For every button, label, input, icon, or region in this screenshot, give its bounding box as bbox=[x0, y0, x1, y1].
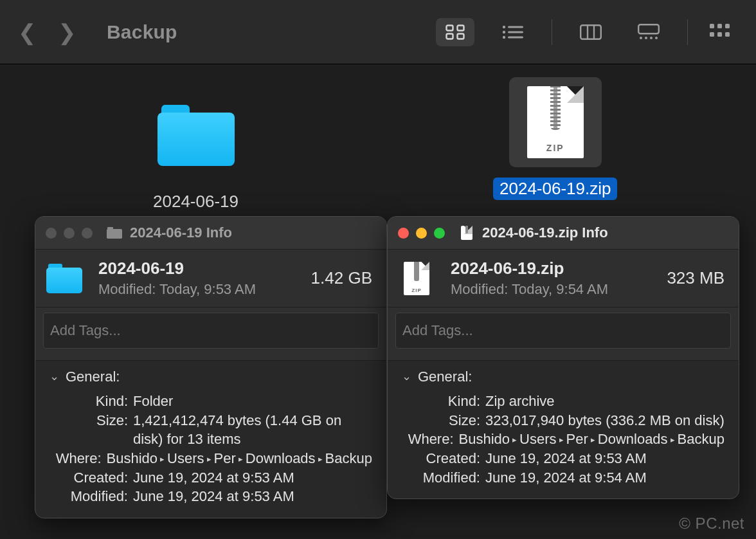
created-value: June 19, 2024 at 9:53 AM bbox=[133, 468, 372, 488]
view-groupby-button[interactable] bbox=[707, 18, 733, 46]
where-value: Bushido▸Users▸Per▸Downloads▸Backup bbox=[459, 430, 724, 449]
traffic-lights[interactable] bbox=[398, 228, 445, 239]
svg-point-4 bbox=[503, 25, 505, 28]
svg-rect-18 bbox=[710, 24, 714, 28]
svg-rect-7 bbox=[508, 31, 523, 33]
tags-input[interactable] bbox=[395, 313, 731, 349]
file-size: 1.42 GB bbox=[311, 268, 372, 288]
svg-point-14 bbox=[640, 37, 642, 39]
titlebar-zip-icon bbox=[459, 226, 474, 239]
folder-icon bbox=[44, 260, 84, 297]
summary-row: ZIP 2024-06-19.zip Modified: Today, 9:54… bbox=[388, 249, 739, 307]
section-toggle[interactable]: ⌄ General: bbox=[402, 369, 724, 385]
size-value: 323,017,940 bytes (336.2 MB on disk) bbox=[485, 411, 724, 430]
svg-rect-1 bbox=[458, 25, 464, 30]
divider bbox=[552, 19, 552, 45]
file-name: 2024-06-19 bbox=[98, 259, 297, 279]
modified-value: June 19, 2024 at 9:54 AM bbox=[485, 468, 724, 488]
kind-value: Zip archive bbox=[485, 392, 724, 411]
svg-rect-19 bbox=[717, 24, 722, 28]
created-value: June 19, 2024 at 9:53 AM bbox=[485, 449, 724, 468]
traffic-lights[interactable] bbox=[46, 228, 93, 239]
kind-value: Folder bbox=[133, 392, 372, 411]
svg-point-6 bbox=[503, 30, 505, 33]
modified-value: June 19, 2024 at 9:53 AM bbox=[133, 487, 372, 506]
chevron-down-icon: ⌄ bbox=[50, 369, 59, 383]
finder-toolbar: ❮ ❯ Backup bbox=[0, 0, 756, 64]
zoom-button[interactable] bbox=[434, 228, 445, 239]
info-window-folder[interactable]: 2024-06-19 Info 2024-06-19 Modified: Tod… bbox=[35, 216, 387, 518]
svg-rect-22 bbox=[717, 32, 722, 37]
view-columns-button[interactable] bbox=[572, 18, 610, 46]
titlebar[interactable]: 2024-06-19 Info bbox=[35, 217, 386, 249]
folder-icon bbox=[150, 90, 242, 180]
svg-rect-9 bbox=[508, 36, 523, 38]
svg-rect-2 bbox=[447, 33, 453, 39]
section-toggle[interactable]: ⌄ General: bbox=[50, 369, 372, 385]
svg-rect-10 bbox=[580, 25, 601, 39]
svg-point-17 bbox=[655, 37, 658, 39]
titlebar-folder-icon bbox=[107, 226, 122, 239]
svg-point-16 bbox=[650, 37, 652, 39]
close-button[interactable] bbox=[46, 228, 57, 239]
divider bbox=[687, 19, 688, 45]
zoom-button[interactable] bbox=[82, 228, 93, 239]
where-value: Bushido▸Users▸Per▸Downloads▸Backup bbox=[107, 449, 372, 468]
svg-rect-0 bbox=[447, 25, 453, 30]
summary-row: 2024-06-19 Modified: Today, 9:53 AM 1.42… bbox=[35, 249, 386, 307]
titlebar-title: 2024-06-19 Info bbox=[130, 224, 232, 241]
general-section: ⌄ General: Kind:Folder Size:1,421,412,47… bbox=[35, 361, 386, 518]
view-list-button[interactable] bbox=[494, 18, 532, 46]
file-size: 323 MB bbox=[667, 268, 724, 288]
svg-point-15 bbox=[645, 37, 647, 39]
file-name: 2024-06-19.zip bbox=[451, 259, 652, 279]
zip-icon: ZIP bbox=[397, 260, 437, 297]
nav-back-button[interactable]: ❮ bbox=[18, 21, 36, 43]
zip-icon: ZIP bbox=[509, 77, 602, 167]
info-window-zip[interactable]: 2024-06-19.zip Info ZIP 2024-06-19.zip M… bbox=[387, 216, 739, 499]
svg-rect-20 bbox=[725, 24, 730, 28]
file-label: 2024-06-19 bbox=[147, 190, 245, 213]
svg-rect-13 bbox=[638, 24, 659, 33]
titlebar[interactable]: 2024-06-19.zip Info bbox=[388, 217, 739, 249]
file-item-folder[interactable]: 2024-06-19 bbox=[147, 90, 245, 213]
modified-summary: Modified: Today, 9:53 AM bbox=[98, 281, 297, 298]
minimize-button[interactable] bbox=[64, 228, 75, 239]
svg-rect-21 bbox=[710, 32, 714, 37]
close-button[interactable] bbox=[398, 228, 409, 239]
general-section: ⌄ General: Kind:Zip archive Size:323,017… bbox=[388, 361, 739, 498]
view-switcher bbox=[431, 18, 738, 46]
modified-summary: Modified: Today, 9:54 AM bbox=[451, 281, 652, 298]
file-label: 2024-06-19.zip bbox=[493, 178, 617, 200]
window-title: Backup bbox=[107, 21, 177, 43]
svg-rect-3 bbox=[458, 33, 464, 39]
view-icons-button[interactable] bbox=[436, 18, 474, 46]
svg-rect-5 bbox=[508, 26, 523, 28]
titlebar-title: 2024-06-19.zip Info bbox=[482, 224, 608, 241]
nav-forward-button[interactable]: ❯ bbox=[58, 21, 76, 43]
file-item-zip[interactable]: ZIP 2024-06-19.zip bbox=[493, 77, 617, 200]
minimize-button[interactable] bbox=[416, 228, 427, 239]
chevron-down-icon: ⌄ bbox=[402, 369, 411, 383]
svg-point-8 bbox=[503, 35, 505, 38]
tags-input[interactable] bbox=[43, 313, 379, 349]
icon-grid[interactable]: 2024-06-19 ZIP 2024-06-19.zip bbox=[0, 64, 756, 215]
view-gallery-button[interactable] bbox=[629, 18, 668, 46]
watermark: © PC.net bbox=[679, 515, 744, 533]
size-value: 1,421,412,474 bytes (1.44 GB on disk) fo… bbox=[133, 411, 372, 449]
svg-rect-23 bbox=[725, 32, 730, 37]
